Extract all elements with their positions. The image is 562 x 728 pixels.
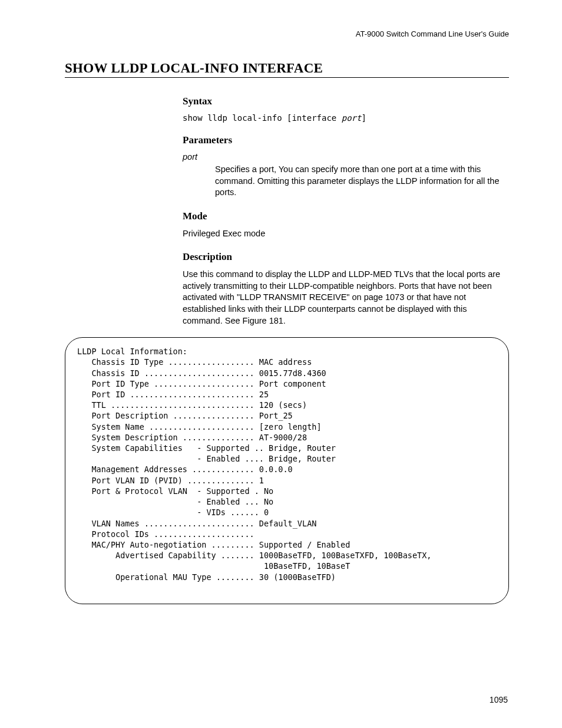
page-number: 1095 bbox=[490, 695, 508, 704]
syntax-param: port bbox=[342, 113, 362, 123]
content-block: Syntax show lldp local-info [interface p… bbox=[183, 95, 509, 327]
mode-heading: Mode bbox=[183, 210, 509, 222]
description-text: Use this command to display the LLDP and… bbox=[183, 269, 509, 327]
description-heading: Description bbox=[183, 251, 509, 263]
syntax-prefix: show lldp local-info [interface bbox=[183, 113, 342, 123]
syntax-suffix: ] bbox=[361, 113, 366, 123]
param-description: Specifies a port, You can specify more t… bbox=[215, 164, 509, 199]
syntax-line: show lldp local-info [interface port] bbox=[183, 113, 509, 123]
title-divider bbox=[65, 77, 509, 78]
param-name: port bbox=[183, 152, 509, 162]
parameters-heading: Parameters bbox=[183, 134, 509, 146]
syntax-heading: Syntax bbox=[183, 95, 509, 107]
mode-text: Privileged Exec mode bbox=[183, 228, 509, 240]
guide-header: AT-9000 Switch Command Line User's Guide bbox=[65, 29, 509, 38]
command-title: SHOW LLDP LOCAL-INFO INTERFACE bbox=[65, 61, 509, 76]
command-output-box: LLDP Local Information: Chassis ID Type … bbox=[65, 337, 509, 604]
document-page: AT-9000 Switch Command Line User's Guide… bbox=[0, 0, 562, 728]
